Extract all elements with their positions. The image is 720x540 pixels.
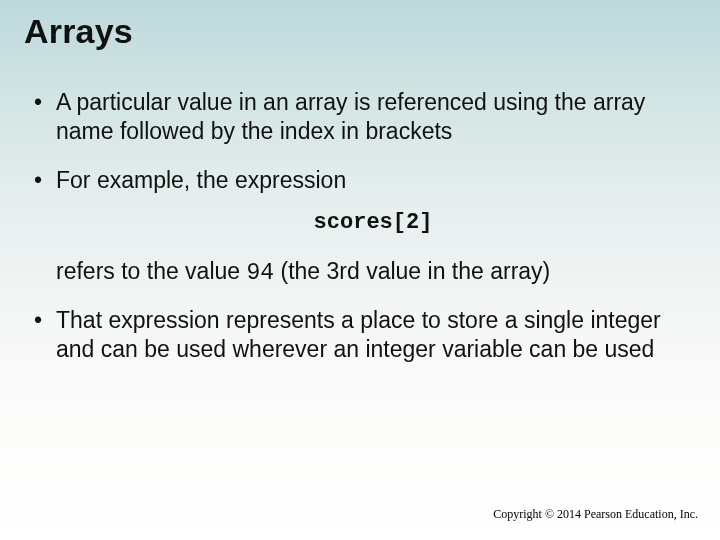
bullet-1-text: A particular value in an array is refere… — [56, 88, 690, 146]
bullet-3-text: That expression represents a place to st… — [56, 306, 690, 364]
bullet-2: • For example, the expression — [30, 166, 690, 195]
bullet-dot-icon: • — [30, 88, 56, 117]
slide: Arrays • A particular value in an array … — [0, 0, 720, 540]
bullet-dot-icon: • — [30, 166, 56, 195]
bullet-2-text: For example, the expression — [56, 166, 690, 195]
bullet-dot-icon: • — [30, 306, 56, 335]
bullet-1: • A particular value in an array is refe… — [30, 88, 690, 146]
code-expr: scores[2] — [56, 210, 690, 235]
bullet-2-continuation: refers to the value 94 (the 3rd value in… — [56, 257, 690, 288]
bullet-3: • That expression represents a place to … — [30, 306, 690, 364]
cont-prefix: refers to the value — [56, 258, 247, 284]
slide-title: Arrays — [24, 12, 133, 51]
cont-suffix: (the 3rd value in the array) — [274, 258, 550, 284]
cont-value: 94 — [247, 260, 275, 286]
slide-content: • A particular value in an array is refe… — [30, 88, 690, 384]
copyright-footer: Copyright © 2014 Pearson Education, Inc. — [493, 507, 698, 522]
